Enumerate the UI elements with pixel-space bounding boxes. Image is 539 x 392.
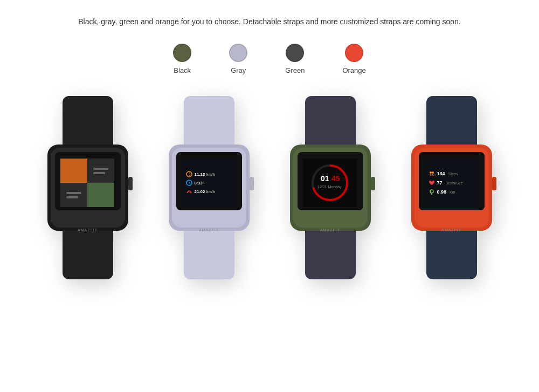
svg-point-33 — [432, 171, 434, 174]
svg-point-13 — [186, 171, 192, 177]
watch-orange-wrapper: 134 Steps 77 Beats/Sec — [395, 96, 508, 281]
watch-black-q4 — [87, 183, 114, 207]
heart-icon — [429, 180, 435, 186]
watch-black-line2 — [93, 172, 105, 174]
watch-orange: 134 Steps 77 Beats/Sec — [395, 96, 508, 281]
watch-gray-wrapper: 11.13 km/h 6'33" 21.02 km/h AMAZFIT — [153, 96, 266, 281]
watch-gray: 11.13 km/h 6'33" 21.02 km/h AMAZFIT — [153, 96, 266, 281]
watch-orange-km-label: Km — [450, 190, 455, 194]
watch-orange-row2: 77 Beats/Sec — [429, 180, 474, 186]
svg-rect-20 — [371, 177, 375, 190]
color-option-gray[interactable]: Gray — [229, 44, 247, 74]
watch-orange-heart-label: Beats/Sec — [446, 181, 463, 185]
watch-green-wrapper: 01 45 12/21 Monday AMAZFIT — [274, 96, 387, 281]
color-option-orange[interactable]: Orange — [342, 44, 365, 74]
watch-orange-steps-label: Steps — [448, 172, 458, 176]
watch-black-line4 — [66, 196, 78, 198]
page-wrapper: Black, gray, green and orange for you to… — [0, 0, 539, 303]
watch-gray-row2: 6'33" — [186, 180, 231, 186]
svg-rect-0 — [63, 96, 113, 153]
watch-orange-row1: 134 Steps — [429, 170, 474, 177]
svg-rect-12 — [250, 177, 254, 190]
color-swatch-gray[interactable] — [229, 44, 247, 62]
watch-gray-stat1: 11.13 km/h — [195, 172, 216, 177]
color-label-green: Green — [285, 66, 305, 74]
watch-black-line1 — [93, 168, 108, 170]
color-label-gray: Gray — [231, 66, 246, 74]
color-swatch-black[interactable] — [173, 44, 191, 62]
color-label-orange: Orange — [342, 66, 365, 74]
watch-black-wrapper: AMAZFIT — [31, 96, 144, 281]
watch-green: 01 45 12/21 Monday AMAZFIT — [274, 96, 387, 281]
watch-gray-stat2: 6'33" — [195, 181, 205, 185]
watch-black: AMAZFIT — [31, 96, 144, 281]
watch-green-brand: AMAZFIT — [320, 228, 340, 232]
speed-icon-3 — [186, 188, 192, 195]
run-icon-1 — [186, 171, 192, 177]
watch-orange-row3: 0.98 Km — [429, 189, 474, 195]
steps-icon — [429, 170, 435, 177]
watch-orange-steps: 134 — [437, 171, 445, 176]
watch-black-q2 — [87, 159, 114, 183]
watch-gray-screen: 11.13 km/h 6'33" 21.02 km/h — [182, 159, 236, 207]
watch-gray-brand: AMAZFIT — [199, 228, 219, 232]
svg-rect-15 — [305, 96, 356, 153]
time-icon-2 — [186, 180, 192, 186]
svg-rect-31 — [492, 177, 496, 190]
watch-black-lines2 — [61, 185, 87, 205]
watch-orange-heart: 77 — [437, 180, 443, 185]
svg-text:45: 45 — [331, 174, 340, 183]
color-option-black[interactable]: Black — [173, 44, 191, 74]
distance-icon — [429, 189, 435, 195]
description-text: Black, gray, green and orange for you to… — [22, 16, 517, 27]
watch-gray-row3: 21.02 km/h — [186, 188, 231, 195]
watch-black-screen — [60, 159, 114, 207]
watch-black-brand: AMAZFIT — [78, 228, 98, 232]
watch-green-screen: 01 45 12/21 Monday — [303, 159, 357, 207]
color-label-black: Black — [174, 66, 191, 74]
color-option-green[interactable]: Green — [285, 44, 305, 74]
watch-orange-screen: 134 Steps 77 Beats/Sec — [424, 159, 478, 207]
color-options: Black Gray Green Orange — [22, 44, 517, 74]
watches-row: AMAZFIT — [22, 96, 517, 281]
svg-point-34 — [430, 190, 433, 193]
svg-rect-7 — [184, 96, 234, 153]
watch-gray-row1: 11.13 km/h — [186, 171, 231, 177]
svg-text:01: 01 — [321, 174, 329, 183]
watch-black-line3 — [66, 192, 81, 194]
watch-black-q3 — [60, 183, 87, 207]
color-swatch-orange[interactable] — [345, 44, 363, 62]
watch-black-q1 — [60, 159, 87, 183]
svg-point-32 — [430, 171, 432, 174]
color-swatch-green[interactable] — [286, 44, 304, 62]
svg-rect-6 — [61, 217, 115, 224]
svg-text:12/21 Monday: 12/21 Monday — [317, 185, 342, 189]
svg-rect-5 — [128, 177, 133, 190]
watch-black-lines1 — [88, 161, 114, 181]
watch-orange-brand: AMAZFIT — [441, 228, 461, 232]
watch-gray-stat3: 21.02 km/h — [195, 189, 216, 194]
watch-orange-km: 0.98 — [437, 189, 447, 195]
svg-rect-26 — [426, 96, 477, 153]
clock-display: 01 45 12/21 Monday — [306, 161, 354, 204]
